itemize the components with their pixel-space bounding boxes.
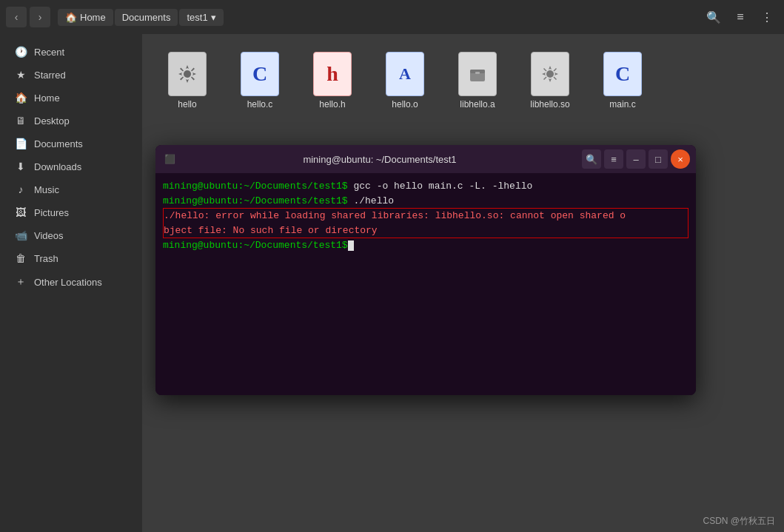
desktop-icon: 🖥 (15, 115, 27, 127)
sidebar-label-documents: Documents (34, 138, 83, 149)
trash-icon: 🗑 (15, 252, 27, 264)
terminal-error-box: ./hello: error while loading shared libr… (163, 208, 688, 238)
terminal-controls: 🔍 ≡ – □ × (582, 149, 690, 169)
terminal-prompt-1: mining@ubuntu:~/Documents/test1$ (163, 181, 348, 192)
terminal-search-button[interactable]: 🔍 (582, 149, 601, 169)
sidebar-item-desktop[interactable]: 🖥 Desktop (3, 110, 139, 132)
search-button[interactable]: 🔍 (703, 6, 725, 28)
file-name-hello-c: hello.c (247, 99, 273, 110)
file-item-hello-h[interactable]: h hello.h (299, 46, 366, 115)
sidebar-item-other-locations[interactable]: ＋ Other Locations (3, 270, 139, 294)
breadcrumb-test1-label: test1 (187, 12, 207, 23)
list-view-icon: ≡ (737, 10, 743, 24)
watermark: CSDN @竹秋五日 (703, 515, 775, 528)
other-locations-icon: ＋ (15, 275, 27, 289)
terminal-line-2: mining@ubuntu:~/Documents/test1$ ./hello (163, 194, 688, 209)
sidebar-label-home: Home (34, 92, 60, 104)
file-name-hello-o: hello.o (392, 99, 418, 110)
terminal-error-line-1: ./hello: error while loading shared libr… (164, 209, 688, 223)
terminal-titlebar: ⬛ mining@ubuntu: ~/Documents/test1 🔍 ≡ –… (155, 145, 696, 173)
terminal-body[interactable]: mining@ubuntu:~/Documents/test1$ gcc -o … (155, 173, 696, 395)
o-letter-icon: A (399, 64, 411, 84)
view-toggle-button[interactable]: ≡ (729, 6, 751, 28)
svg-point-0 (184, 70, 191, 78)
file-name-hello-h: hello.h (319, 99, 345, 110)
nav-back-button[interactable]: ‹ (6, 7, 27, 27)
breadcrumb-home[interactable]: 🏠 Home (58, 9, 113, 26)
file-area: hello C hello.c h hello.h (142, 34, 784, 532)
sidebar-label-trash: Trash (34, 253, 58, 264)
dropdown-icon: ▾ (211, 12, 216, 23)
file-name-libhello-so: libhello.so (530, 99, 569, 110)
breadcrumb: 🏠 Home Documents test1 ▾ (58, 9, 224, 26)
file-icon-hello-o: A (383, 52, 427, 96)
h-letter-icon: h (326, 62, 338, 86)
terminal-menu-button[interactable]: ≡ (604, 149, 623, 169)
file-item-libhello-a[interactable]: libhello.a (444, 46, 511, 115)
documents-icon: 📄 (15, 138, 27, 149)
sidebar-label-pictures: Pictures (34, 207, 69, 218)
terminal-maximize-button[interactable]: □ (649, 149, 668, 169)
breadcrumb-documents-label: Documents (122, 12, 171, 23)
terminal-close-button[interactable]: × (671, 149, 690, 169)
breadcrumb-test1[interactable]: test1 ▾ (179, 9, 223, 26)
terminal-line-4: mining@ubuntu:~/Documents/test1$ (163, 238, 688, 253)
top-bar: ‹ › 🏠 Home Documents test1 ▾ 🔍 ≡ ⋮ (0, 0, 784, 34)
starred-icon: ★ (15, 69, 27, 81)
file-item-main-c[interactable]: C main.c (589, 46, 656, 115)
file-icon-libhello-so (528, 52, 572, 96)
sidebar-item-home[interactable]: 🏠 Home (3, 87, 139, 109)
sidebar-label-music: Music (34, 184, 59, 195)
breadcrumb-documents[interactable]: Documents (115, 9, 178, 26)
terminal-line-1: mining@ubuntu:~/Documents/test1$ gcc -o … (163, 179, 688, 194)
sidebar-item-trash[interactable]: 🗑 Trash (3, 247, 139, 269)
file-icon-main-c: C (600, 52, 645, 96)
menu-button[interactable]: ⋮ (756, 6, 778, 28)
sidebar-item-starred[interactable]: ★ Starred (3, 64, 139, 86)
sidebar-label-starred: Starred (34, 70, 66, 81)
sidebar-item-downloads[interactable]: ⬇ Downloads (3, 155, 139, 178)
terminal-cmd-2: ./hello (348, 195, 394, 206)
main-c-letter-icon: C (615, 62, 630, 86)
svg-point-4 (546, 70, 554, 78)
c-letter-icon: C (252, 62, 267, 86)
terminal-prompt-2: mining@ubuntu:~/Documents/test1$ (163, 195, 348, 206)
sidebar-label-other-locations: Other Locations (34, 277, 102, 288)
file-item-hello[interactable]: hello (154, 46, 221, 115)
archive-icon (467, 64, 488, 84)
terminal-icon: ⬛ (161, 151, 178, 167)
terminal-title: mining@ubuntu: ~/Documents/test1 (182, 154, 577, 165)
terminal-cursor (348, 240, 354, 251)
downloads-icon: ⬇ (15, 161, 27, 172)
nav-forward-button[interactable]: › (30, 7, 50, 27)
sidebar-item-documents[interactable]: 📄 Documents (3, 132, 139, 155)
file-name-main-c: main.c (609, 99, 635, 110)
search-icon: 🔍 (706, 10, 721, 24)
pictures-icon: 🖼 (15, 206, 27, 218)
terminal-error-line-2: bject file: No such file or directory (164, 223, 688, 238)
sidebar-item-music[interactable]: ♪ Music (3, 178, 139, 201)
file-item-hello-o[interactable]: A hello.o (372, 46, 438, 115)
sidebar-item-pictures[interactable]: 🖼 Pictures (3, 201, 139, 223)
home-sidebar-icon: 🏠 (15, 92, 27, 104)
file-icon-hello (165, 52, 210, 96)
file-icon-hello-h: h (310, 52, 355, 96)
file-item-libhello-so[interactable]: libhello.so (517, 46, 583, 115)
sidebar-item-recent[interactable]: 🕐 Recent (3, 41, 139, 63)
menu-icon: ⋮ (761, 10, 773, 24)
file-icon-hello-c: C (238, 52, 282, 96)
terminal-cmd-1: gcc -o hello main.c -L. -lhello (348, 181, 533, 192)
svg-rect-3 (475, 72, 480, 74)
file-name-hello: hello (178, 99, 196, 110)
terminal-prompt-4: mining@ubuntu:~/Documents/test1$ (163, 240, 348, 251)
sidebar-label-videos: Videos (34, 230, 64, 241)
sidebar: 🕐 Recent ★ Starred 🏠 Home 🖥 Desktop 📄 Do… (0, 34, 142, 532)
sidebar-label-desktop: Desktop (34, 115, 70, 127)
file-icon-libhello-a (455, 52, 500, 96)
terminal-minimize-button[interactable]: – (626, 149, 646, 169)
sidebar-label-downloads: Downloads (34, 161, 81, 172)
gear-icon (177, 64, 198, 84)
sidebar-item-videos[interactable]: 📹 Videos (3, 224, 139, 246)
file-item-hello-c[interactable]: C hello.c (227, 46, 293, 115)
file-name-libhello-a: libhello.a (460, 99, 495, 110)
